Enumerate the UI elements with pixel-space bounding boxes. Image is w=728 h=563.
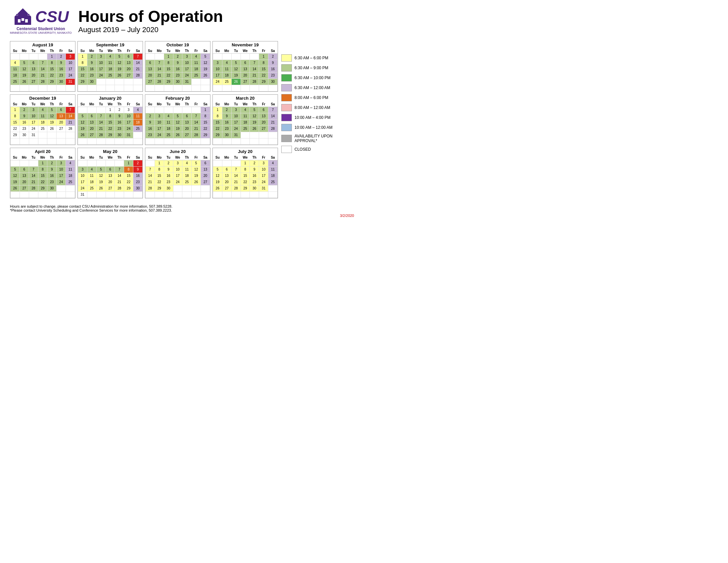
calendar-day: 24 (173, 179, 182, 185)
calendar-day: 24 (182, 72, 192, 79)
calendar-day: 9 (146, 119, 155, 126)
calendar-day: 15 (213, 119, 222, 126)
calendar-day: 19 (96, 179, 106, 185)
calendar-day: 13 (20, 173, 29, 179)
calendar-day: 9 (164, 166, 173, 173)
page-header: CSU Centennial Student Union MINNESOTA S… (10, 7, 354, 34)
calendar-day: 25 (38, 126, 47, 132)
calendar-day: 18 (241, 119, 250, 126)
calendar-day: 21 (96, 126, 106, 132)
calendar-day: 10 (182, 60, 192, 66)
calendar-day: 11 (38, 113, 47, 119)
calendar-day: 6 (259, 107, 268, 113)
calendar-day: 13 (241, 66, 250, 72)
calendar-day: 20 (222, 179, 231, 185)
title-area: Hours of Operation August 2019 – July 20… (78, 7, 223, 34)
calendar-day: 9 (222, 113, 231, 119)
calendar-day: 14 (231, 173, 241, 179)
calendar-day: 16 (47, 173, 57, 179)
calendar-title: September 19 (78, 41, 143, 48)
calendar-day: 4 (222, 60, 231, 66)
calendar-day: 14 (115, 173, 124, 179)
calendar-day: 7 (38, 60, 47, 66)
calendar-day: 18 (38, 119, 47, 126)
calendar-day: 8 (11, 113, 20, 119)
calendar-day: 18 (66, 173, 75, 179)
calendar-day: 26 (231, 79, 241, 85)
calendar-day: 3 (78, 166, 87, 173)
calendar-day: 28 (38, 79, 47, 85)
calendar-day: 15 (124, 173, 133, 179)
calendar-day: 10 (124, 113, 133, 119)
calendar-day: 10 (213, 66, 222, 72)
calendar-day: 26 (192, 179, 201, 185)
calendar-day: 17 (173, 173, 182, 179)
calendar-day: 14 (146, 173, 155, 179)
calendar-day: 2 (47, 160, 57, 166)
calendar-day: 29 (78, 79, 87, 85)
calendar-day: 21 (133, 66, 143, 72)
calendar-day: 28 (155, 79, 164, 85)
calendar-day: 25 (182, 179, 192, 185)
calendar-day: 5 (201, 54, 210, 60)
calendar-day: 31 (78, 192, 87, 198)
calendar-day: 19 (173, 126, 182, 132)
calendar-day: 3 (124, 107, 133, 113)
calendar-day: 7 (115, 166, 124, 173)
calendar-day: 30 (268, 79, 278, 85)
calendar-day: 1 (259, 54, 268, 60)
calendar-day: 30 (133, 185, 143, 192)
calendar-day: 5 (11, 166, 20, 173)
calendar-day: 1 (124, 160, 133, 166)
calendar-day: 30 (164, 185, 173, 192)
calendar-day: 27 (222, 185, 231, 192)
calendar-day: 20 (201, 173, 210, 179)
calendar-day: 14 (155, 66, 164, 72)
calendar-day: 30 (47, 185, 57, 192)
calendar-row-1: August 19SuMoTuWeThFrSa12345678910111213… (10, 41, 278, 92)
calendar-day: 7 (146, 166, 155, 173)
calendar-day: 3 (29, 107, 38, 113)
calendar-day: 18 (87, 179, 96, 185)
calendar-day: 5 (250, 107, 259, 113)
calendar-day: 27 (20, 185, 29, 192)
calendar-day: 13 (106, 173, 115, 179)
calendar-day: 7 (268, 107, 278, 113)
calendar-day: 21 (155, 72, 164, 79)
calendar-day: 10 (66, 60, 75, 66)
svg-rect-6 (28, 14, 29, 16)
calendar-day: 14 (29, 173, 38, 179)
calendar-day: 19 (115, 66, 124, 72)
legend-item: 8:00 AM – 12:00 AM (281, 104, 354, 111)
calendar-day: 30 (57, 79, 66, 85)
calendar-day: 26 (20, 79, 29, 85)
calendar-day: 16 (164, 173, 173, 179)
calendar-day: 4 (133, 107, 143, 113)
calendar-day: 20 (106, 179, 115, 185)
calendar-day: 2 (250, 160, 259, 166)
legend-item: 6:30 AM – 9:00 PM (281, 64, 354, 71)
svg-rect-5 (16, 14, 18, 16)
calendar-day: 3 (173, 160, 182, 166)
calendar-day: 25 (87, 185, 96, 192)
calendar-day: 23 (164, 179, 173, 185)
calendar-day: 1 (213, 107, 222, 113)
calendar-day: 6 (222, 166, 231, 173)
calendar-day: 8 (241, 166, 250, 173)
calendar-day: 24 (155, 132, 164, 138)
calendar-day: 10 (57, 166, 66, 173)
calendar-day: 27 (106, 185, 115, 192)
calendar-day: 3 (96, 54, 106, 60)
calendar-day: 9 (115, 113, 124, 119)
calendar-day: 21 (250, 72, 259, 79)
calendar-day: 24 (96, 72, 106, 79)
calendar-day: 17 (78, 179, 87, 185)
calendar-day: 21 (268, 119, 278, 126)
calendar-day: 24 (78, 185, 87, 192)
calendar-november19: November 19SuMoTuWeThFrSa123456789101112… (212, 41, 278, 92)
calendar-day: 12 (78, 119, 87, 126)
legend-item: 6:30 AM – 6:00 PM (281, 54, 354, 62)
calendar-day: 4 (192, 54, 201, 60)
calendar-day: 26 (78, 132, 87, 138)
calendar-day: 17 (231, 119, 241, 126)
